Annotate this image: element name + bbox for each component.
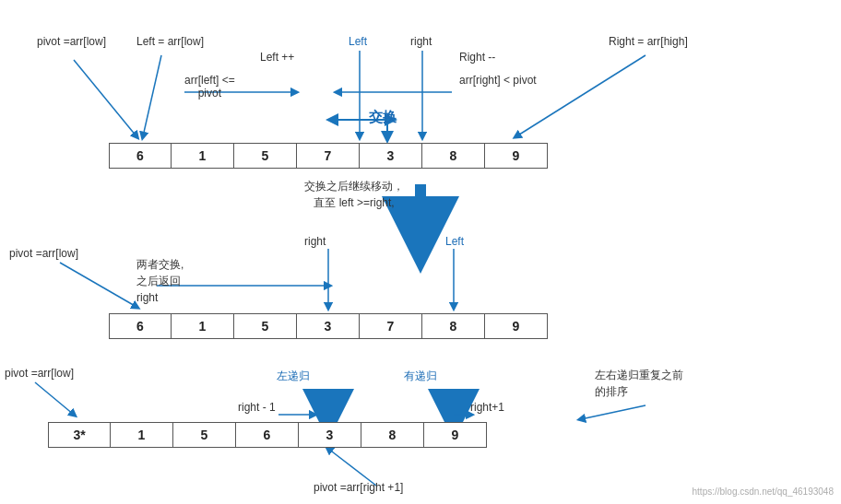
s1-arr-left-cond: arr[left] <= pivot: [184, 74, 235, 100]
s2-cell-0: 6: [109, 313, 172, 339]
s3-right-minus1-label: right - 1: [238, 401, 276, 414]
svg-line-3: [74, 60, 136, 136]
s3-left-recurse-label: 左递归: [277, 369, 310, 384]
s3-right-recurse-label: 有递归: [404, 369, 437, 384]
svg-line-22: [581, 405, 646, 419]
s1-swap-label: 交换: [369, 109, 397, 126]
s2-pivot-label: pivot =arr[low]: [9, 247, 78, 260]
diagram: pivot =arr[low] Left = arr[low] Left ++ …: [0, 0, 841, 504]
s1-arr-right-cond: arr[right] < pivot: [459, 74, 537, 87]
s2-array: 6 1 5 3 7 8 9: [109, 313, 548, 339]
s3-cell-6: 9: [424, 422, 487, 448]
s1-cell-3: 7: [297, 143, 360, 169]
s1-cell-4: 3: [360, 143, 422, 169]
s2-cell-2: 5: [234, 313, 297, 339]
watermark: https://blog.csdn.net/qq_46193048: [693, 486, 834, 497]
s1-cell-5: 8: [422, 143, 485, 169]
s1-right-eq-label: Right = arr[high]: [609, 35, 688, 48]
svg-line-10: [516, 55, 646, 136]
s3-array: 3* 1 5 6 3 8 9: [48, 422, 487, 448]
s1-cell-2: 5: [234, 143, 297, 169]
s2-cell-1: 1: [172, 313, 234, 339]
s3-cell-1: 1: [111, 422, 173, 448]
s2-right-label: right: [304, 235, 326, 248]
footer-pivot-note: pivot =arr[right +1]: [314, 481, 403, 494]
s2-cell-5: 8: [422, 313, 485, 339]
s2-cell-3: 3: [297, 313, 360, 339]
s1-cell-1: 1: [172, 143, 234, 169]
s3-cell-5: 8: [361, 422, 424, 448]
svg-line-17: [35, 382, 74, 415]
s3-cell-4: 3: [299, 422, 361, 448]
s1-right-label: right: [410, 35, 432, 48]
s1-array: 6 1 5 7 3 8 9: [109, 143, 548, 169]
s1-left-eq-label: Left = arr[low]: [136, 35, 204, 48]
s1-cell-6: 9: [485, 143, 548, 169]
s3-cell-2: 5: [173, 422, 236, 448]
s1-pivot-label: pivot =arr[low]: [37, 35, 106, 48]
s3-note-label: 左右递归重复之前的排序: [595, 367, 683, 400]
s2-left-label: Left: [445, 235, 464, 248]
s2-cell-4: 7: [360, 313, 422, 339]
middle-text: 交换之后继续移动， 直至 left >=right,: [304, 178, 404, 211]
s2-cell-6: 9: [485, 313, 548, 339]
s3-right-plus1-label: right+1: [470, 401, 504, 414]
s3-cell-0: 3*: [48, 422, 111, 448]
s3-pivot-label: pivot =arr[low]: [5, 367, 74, 380]
s1-right-mm-label: Right --: [459, 51, 495, 64]
s1-left-label: Left: [349, 35, 367, 48]
s1-left-pp-label: Left ++: [260, 51, 294, 64]
s2-swap-return-label: 两者交换,之后返回right: [136, 256, 184, 306]
s3-cell-3: 6: [236, 422, 299, 448]
svg-line-4: [143, 55, 161, 136]
s1-cell-0: 6: [109, 143, 172, 169]
svg-line-23: [328, 449, 376, 486]
svg-line-13: [60, 263, 136, 307]
